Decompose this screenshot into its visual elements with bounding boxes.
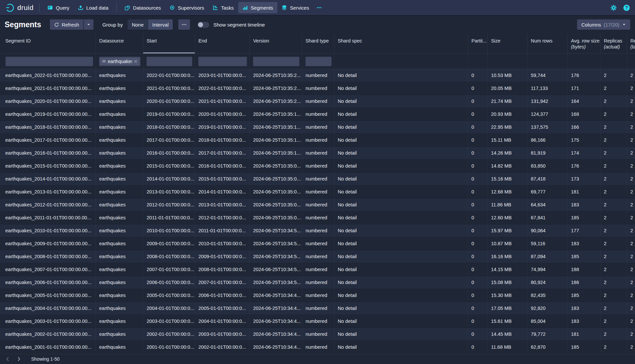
cell-version[interactable]: 2024-06-25T10:34:4... — [250, 289, 302, 302]
cell-shard_spec[interactable]: No detail — [334, 276, 468, 289]
table-row[interactable]: earthquakes_2009-01-01T00:00:00.00...ear… — [0, 237, 635, 250]
cell-avg_row_size[interactable]: 177 — [568, 224, 600, 237]
cell-replication_factor[interactable]: 2 — [627, 302, 635, 315]
cell-size[interactable]: 22.95 MB — [488, 121, 528, 133]
cell-avg_row_size[interactable]: 185 — [568, 211, 600, 224]
nav-item-tasks[interactable]: Tasks — [208, 2, 238, 13]
cell-partition[interactable]: 0 — [468, 276, 488, 289]
cell-avg_row_size[interactable]: 175 — [568, 134, 600, 146]
cell-end[interactable]: 2021-01-01T00:00:0... — [195, 95, 250, 108]
cell-avg_row_size[interactable]: 164 — [568, 95, 600, 108]
cell-start[interactable]: 2006-01-01T00:00:0... — [143, 276, 195, 289]
cell-segment_id[interactable]: earthquakes_2003-01-01T00:00:00.00... — [0, 315, 96, 328]
cell-version[interactable]: 2024-06-25T10:35:1... — [250, 147, 302, 159]
cell-datasource[interactable]: earthquakes — [96, 173, 143, 185]
cell-end[interactable]: 2002-01-01T00:00:0... — [195, 341, 250, 353]
segment-timeline-toggle[interactable] — [197, 22, 209, 28]
cell-replicas[interactable]: 2 — [600, 121, 627, 133]
cell-shard_type[interactable]: numbered — [302, 69, 334, 82]
cell-segment_id[interactable]: earthquakes_2018-01-01T00:00:00.00... — [0, 121, 96, 133]
cell-shard_spec[interactable]: No detail — [334, 121, 468, 133]
cell-version[interactable]: 2024-06-25T10:34:5... — [250, 237, 302, 250]
table-row[interactable]: earthquakes_2012-01-01T00:00:00.00...ear… — [0, 198, 635, 211]
cell-datasource[interactable]: earthquakes — [96, 121, 143, 133]
cell-version[interactable]: 2024-06-25T10:35:0... — [250, 160, 302, 172]
table-row[interactable]: earthquakes_2018-01-01T00:00:00.00...ear… — [0, 121, 635, 134]
cell-version[interactable]: 2024-06-25T10:34:5... — [250, 263, 302, 276]
cell-datasource[interactable]: earthquakes — [96, 147, 143, 159]
cell-version[interactable]: 2024-06-25T10:35:2... — [250, 82, 302, 95]
cell-shard_type[interactable]: numbered — [302, 82, 334, 95]
cell-shard_type[interactable]: numbered — [302, 250, 334, 263]
nav-item-supervisors[interactable]: Supervisors — [165, 2, 208, 13]
cell-replication_factor[interactable]: 2 — [627, 328, 635, 340]
cell-replication_factor[interactable]: 2 — [627, 211, 635, 224]
cell-start[interactable]: 2003-01-01T00:00:0... — [143, 315, 195, 328]
cell-replication_factor[interactable]: 2 — [627, 276, 635, 289]
cell-replicas[interactable]: 2 — [600, 185, 627, 198]
cell-replicas[interactable]: 2 — [600, 147, 627, 159]
cell-shard_spec[interactable]: No detail — [334, 289, 468, 302]
cell-version[interactable]: 2024-06-25T10:34:4... — [250, 341, 302, 353]
cell-size[interactable]: 20.05 MB — [488, 82, 528, 95]
cell-num_rows[interactable]: 137,575 — [528, 121, 568, 133]
table-row[interactable]: earthquakes_2008-01-01T00:00:00.00...ear… — [0, 250, 635, 263]
cell-shard_spec[interactable]: No detail — [334, 82, 468, 95]
cell-num_rows[interactable]: 80,924 — [528, 276, 568, 289]
cell-num_rows[interactable]: 117,133 — [528, 82, 568, 95]
column-header-end[interactable]: End — [195, 34, 250, 53]
cell-partition[interactable]: 0 — [468, 173, 488, 185]
cell-end[interactable]: 2017-01-01T00:00:0... — [195, 147, 250, 159]
cell-size[interactable]: 12.68 MB — [488, 185, 528, 198]
cell-shard_type[interactable]: numbered — [302, 302, 334, 315]
cell-replication_factor[interactable]: 2 — [627, 263, 635, 276]
cell-datasource[interactable]: earthquakes — [96, 341, 143, 353]
cell-avg_row_size[interactable]: 176 — [568, 69, 600, 82]
cell-avg_row_size[interactable]: 174 — [568, 147, 600, 159]
cell-version[interactable]: 2024-06-25T10:35:1... — [250, 108, 302, 120]
cell-partition[interactable]: 0 — [468, 108, 488, 120]
cell-avg_row_size[interactable]: 183 — [568, 315, 600, 328]
column-header-avg_row_size[interactable]: Avg. row size(bytes) — [568, 34, 600, 53]
cell-version[interactable]: 2024-06-25T10:35:0... — [250, 173, 302, 185]
cell-avg_row_size[interactable]: 173 — [568, 173, 600, 185]
cell-end[interactable]: 2019-01-01T00:00:0... — [195, 121, 250, 133]
cell-start[interactable]: 2009-01-01T00:00:0... — [143, 237, 195, 250]
cell-end[interactable]: 2015-01-01T00:00:0... — [195, 173, 250, 185]
cell-start[interactable]: 2005-01-01T00:00:0... — [143, 289, 195, 302]
table-row[interactable]: earthquakes_2014-01-01T00:00:00.00...ear… — [0, 173, 635, 185]
cell-avg_row_size[interactable]: 181 — [568, 328, 600, 340]
cell-datasource[interactable]: earthquakes — [96, 276, 143, 289]
nav-item-query[interactable]: Query — [43, 2, 74, 13]
table-row[interactable]: earthquakes_2013-01-01T00:00:00.00...ear… — [0, 185, 635, 198]
cell-num_rows[interactable]: 79,772 — [528, 328, 568, 340]
cell-start[interactable]: 2012-01-01T00:00:0... — [143, 198, 195, 211]
cell-num_rows[interactable]: 87,418 — [528, 173, 568, 185]
cell-replicas[interactable]: 2 — [600, 276, 627, 289]
cell-segment_id[interactable]: earthquakes_2021-01-01T00:00:00.00... — [0, 82, 96, 95]
cell-shard_type[interactable]: numbered — [302, 173, 334, 185]
cell-size[interactable]: 16.16 MB — [488, 250, 528, 263]
cell-datasource[interactable]: earthquakes — [96, 263, 143, 276]
cell-end[interactable]: 2009-01-01T00:00:0... — [195, 250, 250, 263]
cell-shard_type[interactable]: numbered — [302, 121, 334, 133]
cell-shard_type[interactable]: numbered — [302, 160, 334, 172]
cell-num_rows[interactable]: 131,942 — [528, 95, 568, 108]
cell-num_rows[interactable]: 69,777 — [528, 185, 568, 198]
cell-size[interactable]: 12.60 MB — [488, 211, 528, 224]
cell-shard_type[interactable]: numbered — [302, 224, 334, 237]
column-header-start[interactable]: Start — [143, 34, 195, 53]
cell-replication_factor[interactable]: 2 — [627, 250, 635, 263]
cell-datasource[interactable]: earthquakes — [96, 315, 143, 328]
cell-start[interactable]: 2013-01-01T00:00:0... — [143, 185, 195, 198]
filter-input-segment_id[interactable] — [5, 56, 93, 66]
cell-replicas[interactable]: 2 — [600, 302, 627, 315]
cell-avg_row_size[interactable]: 185 — [568, 250, 600, 263]
cell-shard_spec[interactable]: No detail — [334, 328, 468, 340]
cell-version[interactable]: 2024-06-25T10:34:5... — [250, 250, 302, 263]
nav-item-load-data[interactable]: Load data — [74, 2, 113, 13]
cell-partition[interactable]: 0 — [468, 289, 488, 302]
cell-replication_factor[interactable]: 2 — [627, 315, 635, 328]
table-row[interactable]: earthquakes_2011-01-01T00:00:00.00...ear… — [0, 211, 635, 224]
cell-start[interactable]: 2004-01-01T00:00:0... — [143, 302, 195, 315]
